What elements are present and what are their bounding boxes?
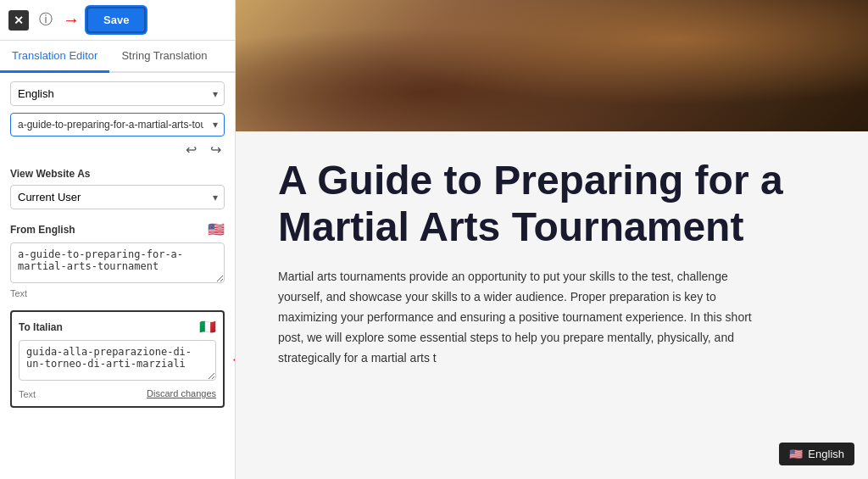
- english-badge: 🇺🇸 English: [779, 443, 854, 465]
- slug-select-wrapper: a-guide-to-preparing-for-a-martial-arts-…: [10, 113, 225, 136]
- left-panel: ✕ ⓘ → Save Translation Editor String Tra…: [0, 0, 236, 479]
- to-label: To Italian 🇮🇹: [19, 319, 216, 335]
- top-bar: ✕ ⓘ → Save: [0, 0, 235, 41]
- badge-flag: 🇺🇸: [789, 448, 803, 460]
- info-icon: ⓘ: [39, 11, 53, 29]
- slug-select[interactable]: a-guide-to-preparing-for-a-martial-arts-…: [10, 113, 225, 136]
- to-section: To Italian 🇮🇹 guida-alla-preparazione-di…: [10, 310, 225, 408]
- view-as-select[interactable]: Current User Guest Admin: [10, 185, 225, 209]
- body-text: Martial arts tournaments provide an oppo…: [278, 267, 753, 368]
- discard-changes-button[interactable]: Discard changes: [147, 387, 216, 399]
- redo-button[interactable]: ↪: [207, 140, 225, 159]
- content-area: A Guide to Preparing for a Martial Arts …: [236, 131, 868, 479]
- undo-button[interactable]: ↩: [182, 140, 200, 159]
- tab-string-translation[interactable]: String Translation: [109, 41, 219, 73]
- from-label: From English 🇺🇸: [10, 221, 225, 237]
- view-website-as-section: View Website As Current User Guest Admin: [10, 168, 225, 209]
- language-select-wrapper: English Italian French Spanish: [10, 81, 225, 106]
- from-section: From English 🇺🇸 a-guide-to-preparing-for…: [10, 221, 225, 298]
- hero-image-inner: [236, 0, 868, 131]
- hero-image: [236, 0, 868, 131]
- arrow-indicator: →: [63, 10, 80, 30]
- info-button[interactable]: ⓘ: [36, 10, 56, 31]
- close-button[interactable]: ✕: [8, 10, 29, 31]
- from-textarea[interactable]: a-guide-to-preparing-for-a-martial-arts-…: [10, 242, 225, 283]
- to-field-type: Text: [19, 389, 36, 399]
- save-button[interactable]: Save: [86, 7, 146, 33]
- panel-body: English Italian French Spanish a-guide-t…: [0, 73, 235, 479]
- view-as-label: View Website As: [10, 168, 225, 180]
- language-select[interactable]: English Italian French Spanish: [10, 81, 225, 106]
- badge-label: English: [808, 448, 844, 460]
- close-icon: ✕: [14, 14, 24, 27]
- to-footer: Text Discard changes: [19, 387, 216, 399]
- tabs-container: Translation Editor String Translation: [0, 41, 235, 73]
- red-arrow-to-indicator: ←: [230, 348, 235, 370]
- view-as-select-wrapper: Current User Guest Admin: [10, 185, 225, 209]
- from-field-type: Text: [10, 288, 225, 298]
- undo-redo-bar: ↩ ↪: [10, 140, 225, 159]
- to-flag: 🇮🇹: [199, 319, 216, 335]
- to-textarea[interactable]: guida-alla-preparazione-di-un-torneo-di-…: [19, 340, 216, 381]
- from-flag: 🇺🇸: [208, 221, 225, 237]
- tab-translation-editor[interactable]: Translation Editor: [0, 41, 109, 73]
- right-panel: A Guide to Preparing for a Martial Arts …: [236, 0, 868, 479]
- main-title: A Guide to Preparing for a Martial Arts …: [278, 157, 834, 250]
